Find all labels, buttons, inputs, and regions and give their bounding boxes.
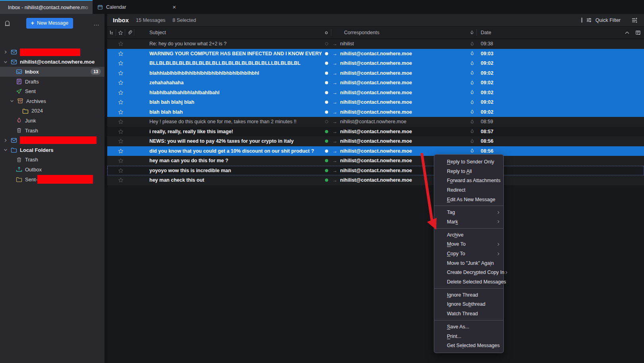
pane-splitter[interactable] (104, 14, 107, 363)
quick-filter-icon[interactable] (586, 17, 592, 23)
message-row[interactable]: did you know that you could get a 10% di… (107, 146, 644, 156)
menu-item-edit-as-new-message[interactable]: Edit As New Message (434, 195, 503, 204)
menu-item-copy-to[interactable]: Copy To (434, 249, 503, 258)
unread-indicator[interactable] (322, 146, 331, 156)
unread-indicator[interactable] (322, 156, 331, 166)
folder-item-inbox[interactable]: Inbox13 (0, 67, 104, 77)
star-toggle[interactable] (116, 107, 125, 117)
quick-filter-label[interactable]: Quick Filter (596, 17, 621, 23)
junk-toggle[interactable] (467, 127, 477, 137)
unread-indicator[interactable] (322, 68, 331, 78)
menu-item-move-to-junk-again[interactable]: Move to "Junk" Again (434, 258, 503, 268)
unread-indicator[interactable] (322, 117, 331, 127)
unread-indicator[interactable] (322, 97, 331, 107)
star-toggle[interactable] (116, 127, 125, 137)
twisty-expanded-icon[interactable] (2, 60, 9, 64)
junk-toggle[interactable] (467, 117, 477, 127)
unread-indicator[interactable] (322, 136, 331, 146)
date-column-header[interactable]: Date (477, 29, 622, 37)
unread-indicator[interactable] (322, 58, 331, 68)
menu-item-move-to[interactable]: Move To (434, 240, 503, 249)
menu-item-tag[interactable]: Tag (434, 208, 503, 217)
unread-indicator[interactable] (322, 127, 331, 137)
message-row[interactable]: hey man can you do this for me ?→nihilis… (107, 156, 644, 166)
menu-item-forward-as-attachments[interactable]: Forward as Attachments (434, 176, 503, 185)
message-row[interactable]: WARNING YOUR COMPUTER HAS BEEN INFECTED … (107, 49, 644, 59)
subject-column-header[interactable]: Subject (134, 29, 322, 37)
folder-item-drafts[interactable]: Drafts (0, 77, 104, 87)
star-column-header[interactable] (116, 29, 125, 37)
unread-indicator[interactable] (322, 166, 331, 176)
star-toggle[interactable] (116, 78, 125, 88)
star-toggle[interactable] (116, 175, 125, 185)
folder-item-trash[interactable]: Trash (0, 155, 104, 165)
twisty-collapsed-icon[interactable] (2, 50, 9, 54)
message-row[interactable]: hey man check this out→nihilist@contact.… (107, 175, 644, 185)
star-toggle[interactable] (116, 97, 125, 107)
unread-column-header[interactable] (322, 29, 331, 37)
folder-item-archives[interactable]: Archives (0, 96, 104, 106)
junk-toggle[interactable] (467, 39, 477, 49)
junk-toggle[interactable] (467, 49, 477, 59)
thread-column-header[interactable] (107, 29, 116, 37)
folder-item-trash[interactable]: Trash (0, 126, 104, 136)
unread-indicator[interactable] (322, 49, 331, 59)
message-row[interactable]: NEWS: you will need to pay 42% taxes for… (107, 136, 644, 146)
new-message-button[interactable]: + New Message (26, 18, 73, 29)
message-row[interactable]: hlabhlbahlbahlbhlahlbahlbahl→nihilist@co… (107, 88, 644, 98)
folder-item-sent-[interactable]: Sent- (0, 175, 104, 184)
tab-inbox[interactable]: Inbox - nihilist@contact.nowhere.mo (0, 0, 93, 14)
star-toggle[interactable] (116, 58, 125, 68)
filter-bar-toggle-icon[interactable] (581, 17, 582, 23)
folder-item-sent[interactable]: Sent (0, 86, 104, 96)
star-toggle[interactable] (116, 136, 125, 146)
message-row[interactable]: yoyoyo wow this is incredible man→nihili… (107, 166, 644, 176)
unread-indicator[interactable] (322, 88, 331, 98)
menu-item-reply-to-sender-only[interactable]: Reply to Sender Only (434, 157, 503, 167)
menu-item-ignore-thread[interactable]: Ignore Thread (434, 290, 503, 300)
message-row[interactable]: BLLBLBLBLBLBLBLBLBLBLLBLBLBLBLBLBLBLLLBL… (107, 58, 644, 68)
menu-item-archive[interactable]: Archive (434, 230, 503, 240)
close-tab-icon[interactable]: × (171, 3, 178, 11)
menu-item-watch-thread[interactable]: Watch Thread (434, 309, 503, 318)
unread-indicator[interactable] (322, 175, 331, 185)
unread-indicator[interactable] (322, 39, 331, 49)
junk-toggle[interactable] (467, 88, 477, 98)
folder-pane-options-button[interactable]: … (93, 20, 100, 27)
message-row[interactable]: zehahahahaha→nihilist@contact.nowhere.mo… (107, 78, 644, 88)
tab-calendar[interactable]: Calendar × (93, 0, 182, 14)
twisty-expanded-icon[interactable] (2, 148, 9, 152)
junk-column-header[interactable] (467, 29, 477, 37)
message-row[interactable]: blah blah blah→nihilist@contact.nowhere.… (107, 107, 644, 117)
menu-item-delete-selected-messages[interactable]: Delete Selected Messages (434, 277, 503, 287)
message-row[interactable]: Hey ! please do this quick one for me, t… (107, 117, 644, 127)
menu-item-print[interactable]: Print... (434, 332, 503, 341)
twisty-collapsed-icon[interactable] (2, 138, 9, 142)
twisty-expanded-icon[interactable] (9, 99, 15, 103)
star-toggle[interactable] (116, 166, 125, 176)
folder-item-redacted[interactable] (0, 47, 104, 57)
junk-toggle[interactable] (467, 136, 477, 146)
unread-indicator[interactable] (322, 107, 331, 117)
menu-item-save-as[interactable]: Save As... (434, 322, 503, 332)
message-row[interactable]: Re: hey do you know what 2+2 is ?→nihili… (107, 39, 644, 49)
folder-item-local-folders[interactable]: Local Folders (0, 145, 104, 155)
folder-item-redacted[interactable] (0, 135, 104, 145)
star-toggle[interactable] (116, 39, 125, 49)
junk-toggle[interactable] (467, 107, 477, 117)
star-toggle[interactable] (116, 68, 125, 78)
junk-toggle[interactable] (467, 58, 477, 68)
attachment-column-header[interactable] (125, 29, 134, 37)
star-toggle[interactable] (116, 88, 125, 98)
message-row[interactable]: blah bah blahj blah→nihilist@contact.now… (107, 97, 644, 107)
folder-item-2024[interactable]: 2024 (0, 106, 104, 116)
correspondents-column-header[interactable]: Correspondents (338, 29, 467, 37)
junk-toggle[interactable] (467, 78, 477, 88)
sort-ascending-icon[interactable] (622, 29, 632, 37)
folder-item-outbox[interactable]: Outbox (0, 165, 104, 175)
message-row[interactable]: blahhlablhblhblhhlbhlbhlbhlbhlbhbhlblhbl… (107, 68, 644, 78)
column-picker-icon[interactable] (632, 29, 644, 37)
folder-item-junk[interactable]: Junk (0, 116, 104, 126)
menu-item-get-selected-messages[interactable]: Get Selected Messages (434, 341, 503, 350)
menu-item-create-decrypted-copy-in[interactable]: Create Decrypted Copy In (434, 268, 503, 278)
